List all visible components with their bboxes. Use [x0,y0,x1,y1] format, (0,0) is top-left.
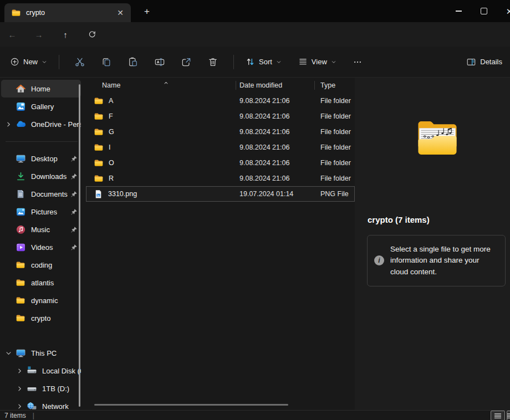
pictures-icon [16,207,26,217]
chevron-right-icon[interactable] [12,385,27,392]
sidebar-item-music[interactable]: Music [1,221,81,238]
sidebar-divider [0,133,84,150]
file-row-o[interactable]: O9.08.2024 21:06File folder [86,155,355,171]
back-button[interactable]: ← [3,25,21,43]
onedrive-icon [16,119,26,130]
sidebar-item-network[interactable]: Network [1,397,81,410]
sidebar-item-pictures[interactable]: Pictures [1,203,81,221]
column-header-type[interactable]: Type [314,81,355,89]
new-tab-button[interactable]: + [140,5,154,18]
sort-button[interactable]: Sort [241,53,286,71]
file-date-modified: 9.08.2024 21:06 [236,144,314,151]
column-divider[interactable] [314,81,315,90]
sidebar-item-documents[interactable]: Documents [1,185,81,203]
view-lines-icon [298,57,308,66]
address-row: ← → ↑ crypto [0,22,510,47]
file-row-f[interactable]: F9.08.2024 21:06File folder [86,109,355,124]
gallery-icon [16,101,26,112]
rename-button[interactable] [149,53,171,71]
file-date-modified: 9.08.2024 21:06 [236,112,314,120]
copy-button[interactable] [95,53,118,71]
refresh-button[interactable] [83,25,101,43]
tab-close-icon[interactable]: ✕ [114,7,126,19]
sidebar-item-atlantis[interactable]: atlantis [1,274,81,291]
chevron-right-icon[interactable] [12,367,27,375]
file-row-3310-png[interactable]: 3310.png19.07.2024 01:14PNG File [86,186,355,202]
sidebar-item-downloads[interactable]: Downloads [1,167,81,185]
navigation-pane: HomeGalleryOneDrive - PersDesktopDownloa… [0,78,84,410]
up-button[interactable]: ↑ [57,25,74,43]
file-row-i[interactable]: I9.08.2024 21:06File folder [86,140,355,155]
sidebar-item-label: Documents [31,190,68,198]
sort-button-label: Sort [259,58,272,66]
details-view-toggle[interactable] [491,411,505,420]
pin-icon [70,173,78,180]
file-type: File folder [314,144,355,151]
folder-icon [11,8,21,18]
sidebar-item-videos[interactable]: Videos [1,238,81,256]
minimize-button[interactable] [446,0,471,22]
column-header-date-modified[interactable]: Date modified [236,81,314,89]
folder-icon [94,96,104,106]
details-pane-toggle[interactable]: Details [462,53,507,71]
file-list: Name Date modified Type A9.08.2024 21:06… [86,78,355,410]
folder-icon [94,127,104,137]
thumbnail-view-toggle[interactable] [507,411,510,420]
sidebar-item-local-disk-c[interactable]: Local Disk (C:) [1,362,81,380]
column-divider[interactable] [236,81,236,90]
view-button-label: View [312,58,327,66]
sidebar-item-onedrive-pers[interactable]: OneDrive - Pers [1,115,81,133]
share-button[interactable] [175,53,197,71]
column-header-name[interactable]: Name [86,81,236,89]
sidebar-item-gallery[interactable]: Gallery [1,98,81,115]
info-icon: i [374,255,384,265]
file-row-a[interactable]: A9.08.2024 21:06File folder [86,93,355,109]
new-button[interactable]: New [6,53,52,71]
sidebar-item-this-pc[interactable]: This PC [1,344,81,362]
file-row-g[interactable]: G9.08.2024 21:06File folder [86,124,355,140]
sidebar-item-crypto[interactable]: crypto [1,309,81,327]
home-icon [16,84,26,94]
view-button[interactable]: View [294,53,341,71]
status-bar: 7 items | [0,410,510,420]
pin-icon [70,226,78,233]
horizontal-scrollbar[interactable] [94,404,288,406]
more-options-button[interactable] [346,53,369,71]
music-icon [16,224,26,235]
explorer-tab[interactable]: crypto ✕ [4,3,131,22]
paste-button[interactable] [122,53,144,71]
file-type: PNG File [314,190,355,198]
cut-button[interactable] [69,53,91,71]
downloads-icon [16,171,26,182]
close-button[interactable]: ✕ [497,0,510,22]
sidebar-item-dynamic[interactable]: dynamic [1,291,81,309]
disk-c-icon [27,366,37,376]
file-name: O [109,159,114,167]
folder-icon [94,173,104,183]
sidebar-scrollbar[interactable] [79,84,80,407]
details-panel-icon [466,57,476,67]
folder-with-sheet-music-icon [413,115,462,160]
sidebar-item-1tb-d[interactable]: 1TB (D:) [1,380,81,397]
file-type: File folder [314,175,355,182]
sidebar-item-coding[interactable]: coding [1,256,81,274]
chevron-down-icon[interactable] [1,350,16,357]
folder-icon [94,142,104,152]
sidebar-item-label: atlantis [31,279,81,287]
file-date-modified: 9.08.2024 21:06 [236,128,314,136]
file-type: File folder [314,159,355,167]
maximize-button[interactable] [471,0,497,22]
sidebar-item-home[interactable]: Home [1,80,81,98]
command-bar: New Sort View Details [0,47,510,78]
delete-button[interactable] [202,53,224,71]
details-title: crypto (7 items) [368,215,430,224]
forward-button[interactable]: → [30,25,48,43]
sidebar-item-desktop[interactable]: Desktop [1,150,81,167]
chevron-right-icon[interactable] [1,121,16,128]
chevron-down-icon [331,59,336,65]
file-row-r[interactable]: R9.08.2024 21:06File folder [86,171,355,186]
sidebar-item-label: Home [31,85,81,93]
sidebar-item-label: 1TB (D:) [42,385,81,393]
item-count: 7 items [4,412,26,419]
chevron-right-icon[interactable] [12,403,27,410]
